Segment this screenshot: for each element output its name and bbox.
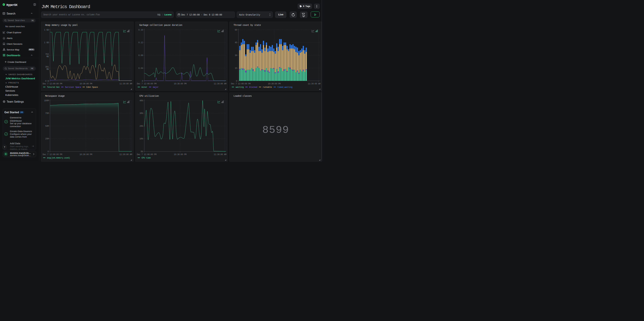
svg-text:11:30:00 AM: 11:30:00 AM [120, 153, 132, 156]
svg-text:Survivor Space: Survivor Space [65, 86, 81, 88]
svg-text:0%: 0% [140, 150, 143, 153]
svg-text:Dec 7 12:00:00 PM: Dec 7 12:00:00 PM [137, 153, 156, 156]
svg-text:0.08: 0.08 [138, 54, 143, 57]
svg-text:10:30:00 PM: 10:30:00 PM [268, 82, 280, 85]
svg-text:0 B: 0 B [45, 80, 49, 82]
svg-text:timed_waiting: timed_waiting [278, 86, 292, 88]
svg-text:11:30:00 AM: 11:30:00 AM [214, 82, 226, 85]
svg-text:major: major [153, 86, 158, 88]
svg-text:Tenured Gen: Tenured Gen [47, 86, 60, 88]
svg-text:0: 0 [48, 150, 49, 153]
svg-text:8599: 8599 [262, 124, 289, 136]
svg-text:MB: MB [46, 68, 49, 70]
svg-text:0: 0 [236, 80, 237, 82]
svg-text:60: 60 [235, 28, 237, 31]
svg-text:waiting: waiting [236, 86, 244, 88]
svg-text:10:30:00 PM: 10:30:00 PM [80, 82, 92, 85]
svg-text:20%: 20% [140, 125, 143, 127]
svg-text:1 GB: 1 GB [44, 28, 49, 31]
svg-text:0.04: 0.04 [138, 67, 143, 69]
svg-text:MB: MB [46, 55, 49, 58]
svg-text:30%: 30% [140, 112, 143, 115]
svg-text:Dec 7 12:00:00 PM: Dec 7 12:00:00 PM [42, 82, 62, 85]
svg-text:blocked: blocked [249, 86, 257, 88]
svg-text:avg(jvm.memory.used): avg(jvm.memory.used) [47, 157, 70, 159]
svg-text:minor: minor [142, 86, 147, 88]
svg-text:15: 15 [235, 67, 237, 69]
svg-text:763: 763 [45, 53, 49, 55]
svg-text:25M: 25M [45, 138, 49, 140]
svg-text:100M: 100M [44, 99, 49, 102]
svg-text:runnable: runnable [263, 86, 272, 88]
svg-text:40%: 40% [140, 99, 143, 102]
svg-text:30: 30 [235, 54, 237, 57]
svg-text:45: 45 [235, 41, 237, 44]
svg-text:1 GB: 1 GB [44, 41, 49, 44]
svg-text:Eden Space: Eden Space [86, 86, 98, 88]
svg-text:0: 0 [142, 80, 143, 82]
svg-text:10%: 10% [140, 138, 143, 140]
svg-text:11:30:00 AM: 11:30:00 AM [308, 82, 320, 85]
svg-text:75M: 75M [45, 112, 49, 115]
svg-text:50M: 50M [45, 125, 49, 127]
svg-text:Dec 7 12:00:00 PM: Dec 7 12:00:00 PM [137, 82, 156, 85]
svg-text:11:30:00 AM: 11:30:00 AM [120, 82, 132, 85]
svg-text:10:30:00 PM: 10:30:00 PM [80, 153, 92, 156]
svg-text:CPU time: CPU time [142, 157, 151, 159]
svg-text:11:30:00 AM: 11:30:00 AM [214, 153, 226, 156]
svg-text:Dec 7 12:00:00 PM: Dec 7 12:00:00 PM [231, 82, 250, 85]
svg-text:381: 381 [45, 66, 49, 68]
svg-text:0.12: 0.12 [138, 41, 143, 44]
svg-text:10:30:00 PM: 10:30:00 PM [174, 153, 186, 156]
svg-text:0.16: 0.16 [138, 28, 143, 31]
svg-text:10:30:00 PM: 10:30:00 PM [174, 82, 186, 85]
svg-text:Dec 7 12:00:00 PM: Dec 7 12:00:00 PM [42, 153, 62, 156]
